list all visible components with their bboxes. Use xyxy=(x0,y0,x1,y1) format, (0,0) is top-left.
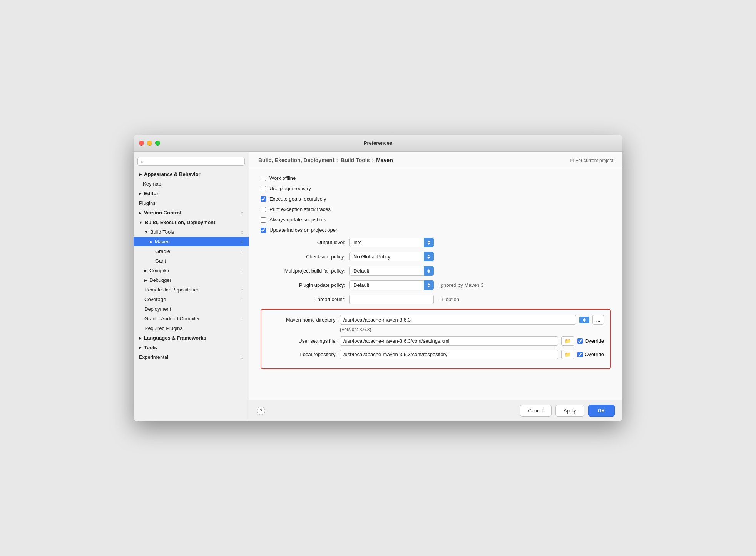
plugin-update-select[interactable]: Default Force Never Daily xyxy=(349,280,434,290)
sidebar-item-label: Gradle-Android Compiler xyxy=(144,316,200,322)
help-button[interactable]: ? xyxy=(257,407,265,415)
sidebar-item-label: Maven xyxy=(155,239,170,245)
user-settings-input[interactable] xyxy=(340,336,558,346)
sidebar-item-gradle-android[interactable]: Gradle-Android Compiler ⎅ xyxy=(134,314,249,323)
ok-button[interactable]: OK xyxy=(588,405,615,417)
print-exception-row: Print exception stack traces xyxy=(261,206,611,212)
multiproject-select[interactable]: Default Fail At End Never Fail xyxy=(349,266,434,276)
local-repository-override-label[interactable]: Override xyxy=(585,352,604,357)
sidebar-item-plugins[interactable]: Plugins xyxy=(134,198,249,208)
sidebar-item-label: Debugger xyxy=(149,277,171,283)
sidebar-item-keymap[interactable]: Keymap xyxy=(134,179,249,189)
output-level-select-wrapper: Info Debug Warn Error xyxy=(349,238,434,247)
traffic-lights xyxy=(139,141,160,146)
close-button[interactable] xyxy=(139,141,144,146)
always-update-checkbox[interactable] xyxy=(261,217,266,223)
local-repository-browse-button[interactable]: 📁 xyxy=(561,350,574,359)
main-header: Build, Execution, Deployment › Build Too… xyxy=(249,152,622,167)
chevron-right-icon: ▶ xyxy=(139,192,142,196)
work-offline-row: Work offline xyxy=(261,175,611,181)
sidebar-item-label: Coverage xyxy=(144,296,166,302)
chevron-right-icon: ▶ xyxy=(139,211,142,215)
breadcrumb-part3: Maven xyxy=(376,157,393,163)
plugin-update-label: Plugin update policy: xyxy=(261,282,345,288)
sidebar-item-gradle[interactable]: Gradle ⎅ xyxy=(134,246,249,256)
thread-count-row: Thread count: -T option xyxy=(261,295,611,304)
user-settings-override-label[interactable]: Override xyxy=(585,338,604,344)
thread-count-note: -T option xyxy=(440,296,459,302)
search-input[interactable] xyxy=(146,159,241,164)
thread-count-input[interactable] xyxy=(349,295,434,304)
work-offline-checkbox[interactable] xyxy=(261,176,266,181)
update-indices-label[interactable]: Update indices on project open xyxy=(269,227,338,233)
sidebar-item-appearance[interactable]: ▶ Appearance & Behavior xyxy=(134,169,249,179)
print-exception-checkbox[interactable] xyxy=(261,207,266,212)
arrow-down-icon xyxy=(583,320,586,322)
maven-home-input[interactable] xyxy=(340,315,576,325)
sidebar-item-version-control[interactable]: ▶ Version Control ⎅ xyxy=(134,208,249,218)
breadcrumb-part1: Build, Execution, Deployment xyxy=(258,157,335,163)
sidebar-item-compiler[interactable]: ▶ Compiler ⎅ xyxy=(134,266,249,275)
plugin-update-select-wrapper: Default Force Never Daily xyxy=(349,280,434,290)
local-repository-row: Local repository: 📁 Override xyxy=(268,350,604,359)
cancel-button[interactable]: Cancel xyxy=(520,405,552,417)
sidebar: ⌕ ▶ Appearance & Behavior Keymap ▶ Edito… xyxy=(134,152,249,421)
sidebar-item-maven[interactable]: ▶ Maven ⎅ xyxy=(134,237,249,246)
minimize-button[interactable] xyxy=(147,141,152,146)
always-update-label[interactable]: Always update snapshots xyxy=(269,217,326,223)
sidebar-item-label: Tools xyxy=(144,345,157,350)
user-settings-override: Override xyxy=(577,338,604,344)
maven-directory-section: Maven home directory: ... (Version: 3.6.… xyxy=(261,309,611,369)
update-indices-checkbox[interactable] xyxy=(261,228,266,233)
sidebar-item-editor[interactable]: ▶ Editor xyxy=(134,189,249,198)
sidebar-item-tools[interactable]: ▶ Tools xyxy=(134,343,249,352)
sidebar-item-remote-jar[interactable]: Remote Jar Repositories ⎅ xyxy=(134,285,249,295)
search-box[interactable]: ⌕ xyxy=(137,157,245,166)
sidebar-item-label: Compiler xyxy=(149,268,169,273)
output-level-select[interactable]: Info Debug Warn Error xyxy=(349,238,434,247)
maven-home-browse-button[interactable]: ... xyxy=(592,315,604,325)
plugin-update-row: Plugin update policy: Default Force Neve… xyxy=(261,280,611,290)
sync-icon: ⎅ xyxy=(241,268,243,273)
sidebar-item-build-tools[interactable]: ▼ Build Tools ⎅ xyxy=(134,227,249,237)
user-settings-override-checkbox[interactable] xyxy=(577,338,583,344)
sidebar-item-label: Keymap xyxy=(143,181,161,187)
local-repository-label: Local repository: xyxy=(268,352,337,357)
sidebar-item-deployment[interactable]: Deployment xyxy=(134,304,249,314)
sidebar-item-label: Languages & Frameworks xyxy=(144,335,206,341)
sidebar-item-label: Experimental xyxy=(139,354,168,360)
sidebar-item-coverage[interactable]: Coverage ⎅ xyxy=(134,295,249,304)
sidebar-item-gant[interactable]: Gant xyxy=(134,256,249,266)
maximize-button[interactable] xyxy=(155,141,160,146)
use-plugin-registry-label[interactable]: Use plugin registry xyxy=(269,186,311,191)
sidebar-item-label: Plugins xyxy=(139,200,156,206)
sync-icon: ⎅ xyxy=(241,297,243,302)
apply-button[interactable]: Apply xyxy=(555,405,584,417)
print-exception-label[interactable]: Print exception stack traces xyxy=(269,206,331,212)
maven-home-label: Maven home directory: xyxy=(268,317,337,323)
sidebar-item-experimental[interactable]: Experimental ⎅ xyxy=(134,352,249,362)
execute-goals-label[interactable]: Execute goals recursively xyxy=(269,196,326,202)
sidebar-item-debugger[interactable]: ▶ Debugger xyxy=(134,275,249,285)
chevron-right-icon: ▶ xyxy=(139,336,142,340)
use-plugin-registry-checkbox[interactable] xyxy=(261,186,266,191)
sidebar-item-label: Gant xyxy=(155,258,166,264)
sync-icon: ⎅ xyxy=(241,355,243,360)
sidebar-item-build-exec-deploy[interactable]: ▼ Build, Execution, Deployment xyxy=(134,218,249,227)
chevron-down-icon: ▼ xyxy=(139,221,142,224)
update-indices-row: Update indices on project open xyxy=(261,227,611,233)
local-repository-override-checkbox[interactable] xyxy=(577,352,583,357)
user-settings-label: User settings file: xyxy=(268,338,337,344)
local-repository-input[interactable] xyxy=(340,350,558,359)
maven-home-dropdown-button[interactable] xyxy=(579,317,589,323)
sync-icon: ⎅ xyxy=(241,230,243,234)
execute-goals-checkbox[interactable] xyxy=(261,196,266,202)
multiproject-select-wrapper: Default Fail At End Never Fail xyxy=(349,266,434,276)
work-offline-label[interactable]: Work offline xyxy=(269,175,296,181)
user-settings-browse-button[interactable]: 📁 xyxy=(561,336,574,346)
sidebar-item-required-plugins[interactable]: Required Plugins xyxy=(134,323,249,333)
sidebar-item-label: Editor xyxy=(144,191,159,196)
sync-icon: ⎅ xyxy=(241,288,243,292)
checksum-policy-select[interactable]: No Global Policy Warn Fail xyxy=(349,252,434,261)
sidebar-item-languages[interactable]: ▶ Languages & Frameworks xyxy=(134,333,249,343)
